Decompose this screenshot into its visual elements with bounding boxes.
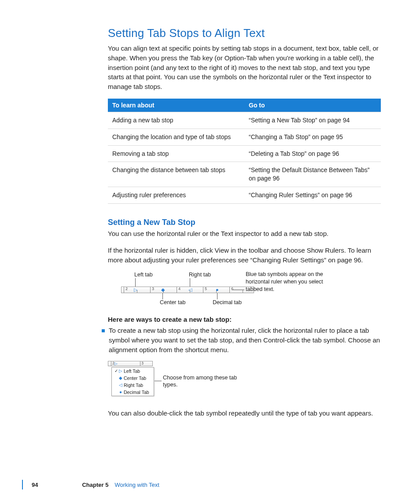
menu-item-label: Decimal Tab bbox=[123, 390, 149, 395]
callout-line bbox=[217, 293, 217, 299]
menu-item-label: Right Tab bbox=[123, 383, 143, 388]
right-tab-icon: ◁ bbox=[188, 287, 192, 292]
callout-line bbox=[162, 293, 163, 299]
chapter-title: Working with Text bbox=[114, 482, 159, 488]
reference-table: To learn about Go to Adding a new tab st… bbox=[108, 99, 381, 204]
list-item: To create a new tab stop using the horiz… bbox=[102, 326, 381, 354]
decimal-tab-icon: ● bbox=[118, 390, 123, 394]
decimal-tab-icon: ● bbox=[216, 287, 219, 292]
table-row: Removing a tab stop“Deleting a Tab Stop”… bbox=[108, 145, 381, 162]
left-tab-icon: ▷ bbox=[118, 368, 123, 373]
list-item-text: To create a new tab stop using the horiz… bbox=[109, 326, 381, 354]
menu-item[interactable]: ◁ Right Tab bbox=[112, 382, 154, 389]
menu-item[interactable]: ✓ ▷ Left Tab bbox=[112, 368, 154, 375]
left-tab-icon: ▷ bbox=[134, 287, 137, 292]
subheading: Setting a New Tab Stop bbox=[108, 218, 381, 227]
chapter-label: Chapter 5 bbox=[82, 482, 108, 488]
ruler-label-center: Center tab bbox=[160, 299, 185, 305]
ruler-label-decimal: Decimal tab bbox=[213, 299, 242, 305]
table-row: Adjusting ruler preferences“Changing Rul… bbox=[108, 187, 381, 204]
center-tab-icon: ◆ bbox=[118, 375, 123, 380]
menu-item[interactable]: ● Decimal Tab bbox=[112, 389, 154, 396]
bullet-icon bbox=[102, 329, 105, 332]
checkmark-icon: ✓ bbox=[114, 368, 118, 373]
table-header-left: To learn about bbox=[108, 99, 244, 112]
ways-heading: Here are ways to create a new tab stop: bbox=[108, 316, 381, 323]
right-tab-icon: ◁ bbox=[118, 383, 123, 387]
page-number: 94 bbox=[32, 482, 38, 488]
context-menu-figure: 2 3 ▷ ✓ ▷ Left Tab ◆ Center Tab ◁ Right … bbox=[108, 361, 381, 401]
ruler-label-right: Right tab bbox=[189, 272, 211, 278]
ruler-label-left: Left tab bbox=[134, 272, 153, 278]
menu-caption: Choose from among these tab types. bbox=[163, 374, 242, 389]
page-footer: 94 Chapter 5 Working with Text bbox=[22, 480, 410, 489]
table-row: Adding a new tab stop“Setting a New Tab … bbox=[108, 112, 381, 129]
ruler-caption: Blue tab symbols appear on the horizonta… bbox=[246, 271, 334, 293]
body-paragraph: If the horizontal ruler is hidden, click… bbox=[108, 246, 381, 265]
mini-ruler: 2 3 ▷ bbox=[108, 361, 153, 366]
menu-item-label: Center Tab bbox=[123, 375, 146, 381]
table-row: Changing the location and type of tab st… bbox=[108, 129, 381, 145]
menu-item-label: Left Tab bbox=[123, 368, 140, 374]
callout-line bbox=[155, 381, 162, 381]
callout-line bbox=[190, 278, 190, 287]
callout-line bbox=[232, 290, 244, 290]
tab-type-menu: ✓ ▷ Left Tab ◆ Center Tab ◁ Right Tab ● … bbox=[111, 367, 154, 396]
page-heading: Setting Tab Stops to Align Text bbox=[108, 26, 381, 40]
body-paragraph: You can also double-click the tab symbol… bbox=[108, 408, 381, 418]
left-tab-icon: ▷ bbox=[114, 361, 118, 366]
center-tab-icon: ◆ bbox=[161, 287, 165, 292]
table-header-right: Go to bbox=[244, 99, 381, 112]
menu-item[interactable]: ◆ Center Tab bbox=[112, 375, 154, 382]
intro-paragraph: You can align text at specific points by… bbox=[108, 44, 381, 92]
body-paragraph: You can use the horizontal ruler or the … bbox=[108, 229, 381, 239]
table-row: Changing the distance between tab stops“… bbox=[108, 162, 381, 187]
ruler-figure: Left tab Right tab Center tab Decimal ta… bbox=[117, 272, 381, 307]
callout-line bbox=[135, 278, 136, 287]
